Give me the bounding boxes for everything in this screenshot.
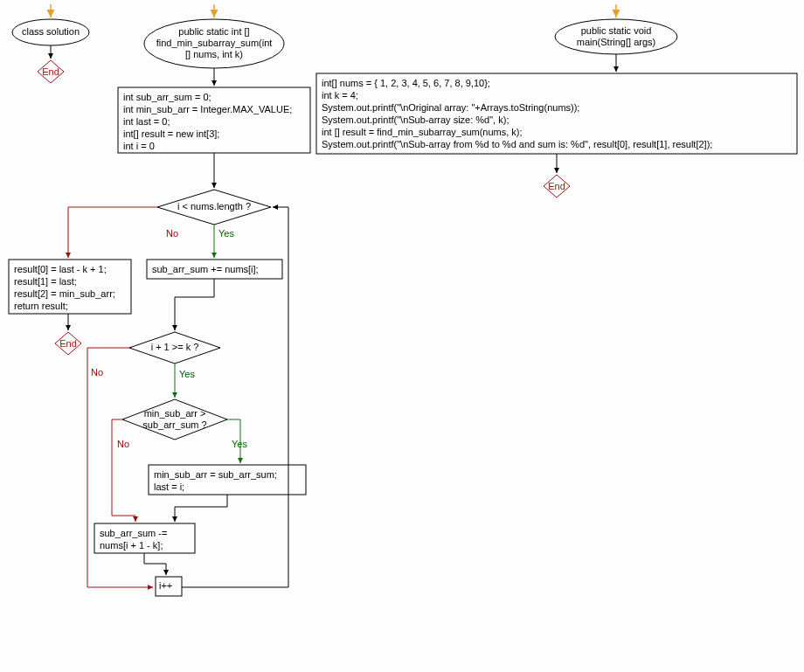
svg-rect-8 <box>9 260 131 314</box>
svg-point-17 <box>555 19 677 54</box>
flowchart-svg <box>0 0 804 672</box>
svg-rect-11 <box>147 260 282 279</box>
svg-point-4 <box>144 19 284 68</box>
svg-rect-14 <box>94 523 195 553</box>
svg-rect-19 <box>316 73 797 154</box>
svg-rect-13 <box>149 465 306 495</box>
svg-point-1 <box>12 19 89 45</box>
svg-rect-6 <box>118 87 310 153</box>
svg-rect-15 <box>156 577 182 596</box>
